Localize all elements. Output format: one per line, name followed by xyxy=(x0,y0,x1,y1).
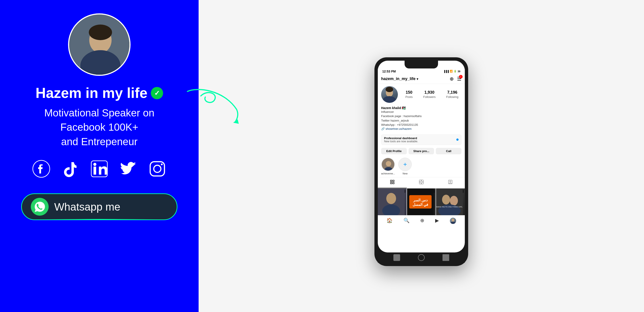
svg-point-20 xyxy=(386,161,391,166)
svg-point-6 xyxy=(105,29,110,38)
notification-badge: 1 xyxy=(459,75,462,78)
ig-stories-row: achieveme... + New xyxy=(378,155,465,177)
svg-rect-24 xyxy=(390,182,392,184)
story-item-achievements[interactable]: achieveme... xyxy=(381,158,395,175)
svg-rect-9 xyxy=(94,167,96,175)
ig-header-icons: ⊕ ☰ 1 xyxy=(450,76,462,82)
svg-point-16 xyxy=(383,96,396,103)
svg-point-35 xyxy=(386,193,396,204)
add-post-icon-wrapper[interactable]: ⊕ xyxy=(450,76,454,82)
story-label-achievements: achieveme... xyxy=(381,172,395,175)
recent-apps-button[interactable] xyxy=(442,254,449,261)
ig-bio-name: Hazem khalid 🇵🇸 xyxy=(381,106,462,110)
signal-icon: ▐▐▐ xyxy=(444,70,448,73)
svg-point-12 xyxy=(154,165,161,172)
link-icon: 🔗 xyxy=(381,127,385,130)
ig-bio-section: Hazem khalid 🇵🇸 Influencer Facebook page… xyxy=(378,105,465,133)
svg-point-13 xyxy=(161,163,163,165)
profile-bio: Motivational Speaker on Facebook 100K+ a… xyxy=(21,106,178,149)
linkedin-icon[interactable] xyxy=(90,160,108,178)
phone-nav-bar xyxy=(378,253,465,263)
grid-item-2[interactable]: ① ▶ دس السر في المسل xyxy=(407,188,436,215)
ig-bio-line1: Influencer xyxy=(381,110,462,114)
svg-point-27 xyxy=(420,181,422,183)
social-icons xyxy=(32,160,166,178)
phone-mockup: 12:53 PM ▐▐▐ 📶 🔋 39 hazem_in_my_life ▾ xyxy=(374,57,468,266)
svg-point-18 xyxy=(386,87,393,92)
grid-item-3[interactable]: ▶ MAKE FACTS ONLY FANS GIRL xyxy=(436,188,465,215)
whatsapp-button-label: Whatsapp me xyxy=(54,201,120,213)
nav-search-icon[interactable]: 🔍 xyxy=(404,218,410,224)
grid-item-1[interactable]: ▶ 1 xyxy=(378,188,406,215)
dashboard-indicator xyxy=(456,138,458,141)
nav-reels-icon[interactable]: ▶ xyxy=(435,218,439,224)
ig-stat-followers[interactable]: 1,930 Followers xyxy=(423,90,436,99)
profile-name: Hazem in my life ✓ xyxy=(36,85,163,101)
chevron-down-icon: ▾ xyxy=(416,77,418,81)
dashboard-subtitle: New tools are now available. xyxy=(384,140,418,143)
svg-point-28 xyxy=(421,180,422,181)
add-story-icon: + xyxy=(403,161,407,168)
ig-bio-line2: Facebook page : hazemsoftahs xyxy=(381,114,462,118)
svg-point-33 xyxy=(450,181,451,182)
ig-action-buttons: Edit Profile Share pro... Call xyxy=(378,147,465,155)
call-button[interactable]: Call xyxy=(436,148,462,154)
verified-badge: ✓ xyxy=(151,87,163,99)
dashboard-text: Professional dashboard New tools are now… xyxy=(384,136,418,143)
nav-profile-icon[interactable] xyxy=(450,218,456,224)
ig-tab-bar xyxy=(378,177,465,188)
status-icons: ▐▐▐ 📶 🔋 39 xyxy=(444,70,460,73)
svg-text:في المسل: في المسل xyxy=(412,203,428,207)
edit-profile-button[interactable]: Edit Profile xyxy=(381,148,407,154)
ig-professional-dashboard[interactable]: Professional dashboard New tools are now… xyxy=(381,134,462,145)
nav-home-icon[interactable]: 🏠 xyxy=(386,218,392,224)
story-circle-achievements xyxy=(381,158,395,171)
story-item-new[interactable]: + New xyxy=(398,158,412,175)
ig-stat-posts[interactable]: 150 Posts xyxy=(406,90,413,99)
posts-label: Posts xyxy=(406,95,413,99)
profile-avatar xyxy=(68,13,130,76)
status-time: 12:53 PM xyxy=(382,70,396,73)
share-profile-button[interactable]: Share pro... xyxy=(408,148,434,154)
tab-reels[interactable] xyxy=(407,177,436,188)
nav-add-icon[interactable]: ⊕ xyxy=(420,218,424,224)
following-label: Following xyxy=(446,95,458,99)
tab-tagged[interactable] xyxy=(436,177,465,188)
ig-profile-section: 150 Posts 1,930 Followers 7,196 Followin… xyxy=(378,84,465,105)
svg-point-5 xyxy=(90,29,96,38)
svg-point-29 xyxy=(421,183,422,184)
back-button[interactable] xyxy=(394,254,400,261)
instagram-icon[interactable] xyxy=(148,160,166,178)
story-circle-new: + xyxy=(398,158,412,171)
ig-profile-avatar[interactable] xyxy=(381,86,398,103)
tab-grid[interactable] xyxy=(378,177,407,188)
svg-text:دس السر: دس السر xyxy=(413,198,427,202)
following-count: 7,196 xyxy=(446,90,458,95)
svg-rect-22 xyxy=(390,180,392,181)
ig-stat-following[interactable]: 7,196 Following xyxy=(446,90,458,99)
ig-username[interactable]: hazem_in_my_life ▾ xyxy=(381,76,418,81)
battery-icon: 🔋 xyxy=(454,70,457,73)
ig-bio-link[interactable]: 🔗 showrtner.us/hazem xyxy=(381,127,462,130)
whatsapp-button[interactable]: Whatsapp me xyxy=(21,193,178,220)
twitter-icon[interactable] xyxy=(120,160,137,178)
svg-point-42 xyxy=(442,195,450,205)
menu-icon-wrapper[interactable]: ☰ 1 xyxy=(457,76,462,82)
svg-rect-25 xyxy=(393,182,394,184)
ig-bio-line3: Twitter hazem_arjoub xyxy=(381,118,462,123)
svg-point-31 xyxy=(423,182,423,182)
story-image-achievements xyxy=(382,158,394,171)
svg-text:MAKE FACTS ONLY FANS GIRL: MAKE FACTS ONLY FANS GIRL xyxy=(436,206,463,208)
phone-notch xyxy=(404,61,438,68)
facebook-icon[interactable] xyxy=(32,160,50,178)
svg-rect-23 xyxy=(393,180,394,181)
ig-posts-grid: ▶ 1 ① ▶ دس السر في المسل xyxy=(378,188,465,215)
home-button[interactable] xyxy=(418,254,425,261)
posts-count: 150 xyxy=(406,90,413,95)
avatar-image xyxy=(69,14,130,75)
ig-bio-line4: WhatsApp : +972593201135 xyxy=(381,123,462,127)
whatsapp-icon xyxy=(31,198,49,216)
followers-count: 1,930 xyxy=(423,90,436,95)
add-post-icon: ⊕ xyxy=(450,76,454,82)
tiktok-icon[interactable] xyxy=(61,160,79,178)
